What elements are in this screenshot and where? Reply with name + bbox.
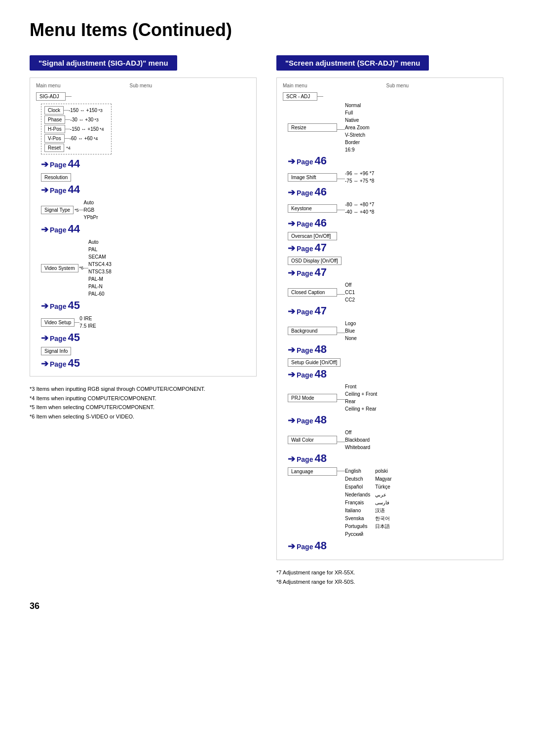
clock-note: *3 <box>98 108 103 113</box>
scr-adj-diagram: Main menu Sub menu SCR - ADJ Res <box>276 77 503 560</box>
page44-arrow-2: ➔Page 44 <box>41 183 112 196</box>
phase-value: -30 ↔ +30 <box>70 117 93 122</box>
sig-sub-menu-label: Sub menu <box>129 83 152 88</box>
hpos-value: -150 ↔ +150 <box>70 126 99 132</box>
scr-footnotes: *7 Adjustment range for XR-55X. *8 Adjus… <box>276 568 503 586</box>
vpos-note: *4 <box>94 136 98 141</box>
bg-page48: ➔Page 48 <box>288 343 357 356</box>
osd-display-item: OSD Display [On/Off] <box>288 257 342 265</box>
setup-guide-page48: ➔Page 48 <box>288 368 341 380</box>
page45-arrow-1: ➔Page 45 <box>41 299 112 312</box>
overscan-item: Overscan [On/Off] <box>288 232 337 240</box>
video-setup-item: Video Setup <box>41 318 75 327</box>
footnote-3: *3 Items when inputting RGB signal throu… <box>30 384 257 394</box>
scr-adj-header: "Screen adjustment (SCR-ADJ)" menu <box>276 55 429 71</box>
osd-page47: ➔Page 47 <box>288 266 342 279</box>
footnote-8: *8 Adjustment range for XR-50S. <box>276 577 503 587</box>
image-shift-page46: ➔Page 46 <box>288 186 374 198</box>
footnote-4: *4 Items when inputting COMPUTER/COMPONE… <box>30 394 257 403</box>
closed-caption-item: Closed Caption <box>288 288 337 297</box>
page44-arrow-3: ➔Page 44 <box>41 223 112 235</box>
prj-mode-item: PRJ Mode <box>288 394 337 402</box>
language-item: Language <box>288 467 337 476</box>
language-page48: ➔Page 48 <box>288 539 392 552</box>
resize-item: Resize <box>288 123 337 132</box>
keystone-page46: ➔Page 46 <box>288 217 374 229</box>
footnote-5: *5 Item when selecting COMPUTER/COMPONEN… <box>30 403 257 412</box>
scr-sub-menu-label: Sub menu <box>386 83 409 88</box>
scr-adj-main-item: SCR - ADJ <box>283 92 317 101</box>
prj-page48: ➔Page 48 <box>288 414 377 426</box>
image-shift-item: Image Shift <box>288 173 337 182</box>
scr-main-menu-label: Main menu <box>283 83 307 88</box>
footnote-6: *6 Item when selecting S-VIDEO or VIDEO. <box>30 412 257 421</box>
reset-item: Reset <box>44 144 64 152</box>
page45-arrow-3: ➔Page 45 <box>41 357 112 370</box>
wall-color-item: Wall Color <box>288 436 337 444</box>
resize-page46: ➔Page 46 <box>288 154 369 167</box>
vpos-item: V-Pos <box>44 134 65 143</box>
page45-arrow-2: ➔Page 45 <box>41 331 112 344</box>
clock-item: Clock <box>44 106 64 114</box>
keystone-item: Keystone <box>288 204 337 213</box>
background-item: Background <box>288 327 337 335</box>
signal-type-item: Signal Type <box>41 206 74 214</box>
page44-arrow-1: ➔Page 44 <box>41 157 112 170</box>
page-title: Menu Items (Continued) <box>30 20 503 40</box>
hpos-item: H-Pos <box>44 125 65 133</box>
vpos-value: -60 ↔ +60 <box>70 136 93 141</box>
cc-page47: ➔Page 47 <box>288 304 355 317</box>
sig-footnotes: *3 Items when inputting RGB signal throu… <box>30 384 257 421</box>
overscan-page47: ➔Page 47 <box>288 241 337 254</box>
scr-adj-column: "Screen adjustment (SCR-ADJ)" menu Main … <box>276 55 503 586</box>
clock-value: -150 ↔ +150 <box>69 108 97 113</box>
sig-adj-column: "Signal adjustment (SIG-ADJ)" menu Main … <box>30 55 257 586</box>
signal-info-item: Signal Info <box>41 347 71 355</box>
sig-adj-header: "Signal adjustment (SIG-ADJ)" menu <box>30 55 177 71</box>
sig-main-menu-label: Main menu <box>36 83 60 88</box>
hpos-note: *4 <box>100 127 104 132</box>
phase-note: *3 <box>94 117 99 122</box>
footnote-7: *7 Adjustment range for XR-55X. <box>276 568 503 577</box>
sig-adj-main-item: SIG-ADJ <box>36 92 66 101</box>
video-system-item: Video System <box>41 264 78 272</box>
page-number: 36 <box>30 601 503 611</box>
reset-note: *4 <box>66 146 71 151</box>
setup-guide-item: Setup Guide [On/Off] <box>288 358 341 367</box>
wall-color-page48: ➔Page 48 <box>288 452 370 465</box>
phase-item: Phase <box>44 115 65 124</box>
resolution-item: Resolution <box>41 173 71 182</box>
sig-adj-diagram: Main menu Sub menu SIG-ADJ <box>30 77 257 377</box>
